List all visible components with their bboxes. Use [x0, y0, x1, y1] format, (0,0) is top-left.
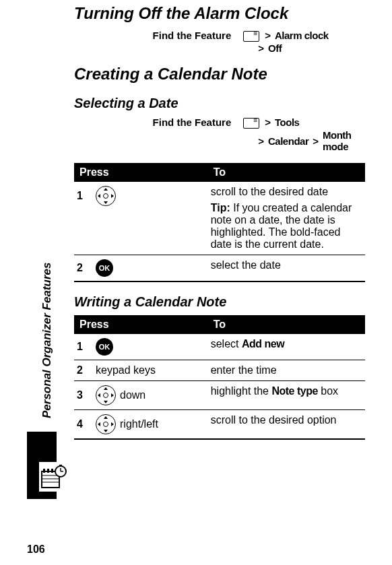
col-press: Press — [74, 164, 208, 182]
feature-row-alarm: Find the Feature > Alarm clock > Off — [74, 30, 365, 55]
step-description: scroll to the desired date Tip: If you c… — [208, 182, 365, 255]
svg-rect-5 — [47, 469, 49, 473]
navigation-key-icon — [96, 186, 116, 206]
table-selecting-date: Press To 1 scroll to the desired date — [74, 163, 365, 282]
path-off: Off — [268, 42, 282, 54]
table-row: 2 OK select the date — [74, 255, 365, 282]
sidebar-tab: Personal Organizer Features — [34, 243, 54, 418]
add-new-label: Add new — [242, 338, 284, 350]
page-number: 106 — [27, 543, 45, 556]
find-feature-label: Find the Feature — [74, 117, 243, 128]
feature-row-tools: Find the Feature > Tools > Calendar > Mo… — [74, 117, 365, 154]
page: Personal Organizer Features 106 Turning … — [0, 4, 392, 565]
table-row: 1 OK select Add new — [74, 334, 365, 360]
step-number: 2 — [77, 262, 92, 274]
svg-rect-10 — [59, 465, 62, 467]
section-title-alarm-off: Turning Off the Alarm Clock — [74, 4, 365, 23]
section-title-calendar-note: Creating a Calendar Note — [74, 65, 365, 84]
note-type-label: Note type — [271, 385, 317, 397]
direction-label: right/left — [120, 418, 158, 430]
find-feature-label: Find the Feature — [74, 30, 243, 41]
tip-text: If you created a calendar note on a date… — [211, 202, 352, 250]
ok-key-icon: OK — [96, 338, 113, 356]
step-number: 3 — [77, 389, 92, 401]
step-number: 2 — [77, 364, 92, 376]
keypad-keys-label: keypad keys — [96, 364, 156, 376]
step-description: select Add new — [208, 334, 365, 360]
table-writing-note: Press To 1 OK select Add new 2 — [74, 315, 365, 440]
step-description: select the date — [208, 255, 365, 282]
col-to: To — [208, 164, 365, 182]
feature-path-alarm: > Alarm clock > Off — [243, 30, 365, 55]
path-month-mode: Month mode — [323, 129, 365, 152]
step-description: scroll to the desired option — [208, 410, 365, 440]
sidebar-label: Personal Organizer Features — [40, 263, 54, 418]
step-description: enter the time — [208, 360, 365, 381]
subsection-selecting-date: Selecting a Date — [74, 96, 365, 111]
path-alarm-clock: Alarm clock — [275, 30, 329, 41]
menu-icon — [243, 31, 259, 42]
menu-icon — [243, 118, 259, 129]
step-description: highlight the Note type box — [208, 381, 365, 410]
svg-rect-4 — [43, 469, 45, 473]
step-number: 1 — [77, 190, 92, 202]
direction-label: down — [120, 389, 145, 401]
navigation-key-icon — [96, 385, 116, 405]
table-row: 1 scroll to the desired date Tip: If you… — [74, 182, 365, 255]
table-row: 2 keypad keys enter the time — [74, 360, 365, 381]
table-row: 3 down highlight the Note type box — [74, 381, 365, 410]
organizer-icon — [39, 462, 69, 492]
path-calendar: Calendar — [268, 135, 308, 147]
ok-key-icon: OK — [96, 259, 113, 277]
feature-path-tools: > Tools > Calendar > Month mode — [243, 117, 365, 154]
step-number: 4 — [77, 418, 92, 430]
path-tools: Tools — [275, 117, 299, 128]
col-to: To — [208, 316, 365, 334]
subsection-writing-note: Writing a Calendar Note — [74, 294, 365, 310]
col-press: Press — [74, 316, 208, 334]
tip-label: Tip: — [211, 202, 230, 213]
step-number: 1 — [77, 341, 92, 353]
svg-rect-6 — [51, 469, 53, 473]
navigation-key-icon — [96, 414, 116, 434]
table-row: 4 right/left scroll to the desired optio… — [74, 410, 365, 440]
